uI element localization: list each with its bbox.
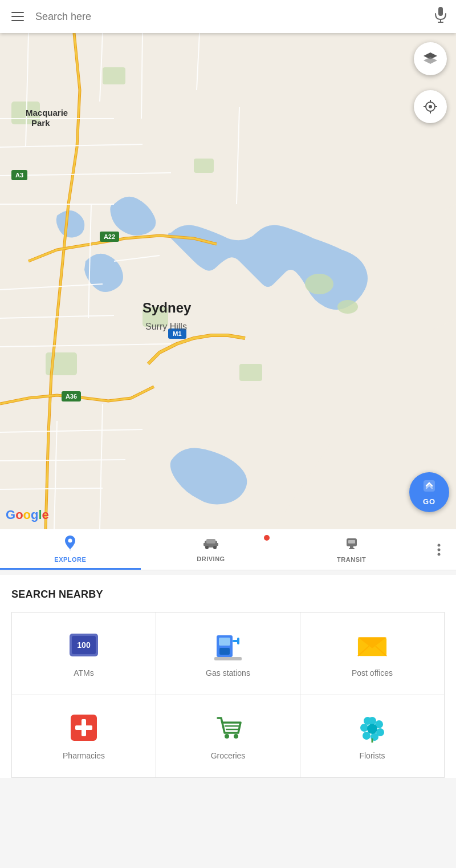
- svg-text:A3: A3: [15, 172, 23, 179]
- svg-rect-74: [219, 648, 230, 655]
- tab-driving[interactable]: DRIVING: [141, 529, 282, 570]
- go-arrow-icon: [422, 479, 436, 496]
- google-logo: Google: [6, 508, 49, 522]
- atm-icon: 100: [68, 630, 99, 660]
- search-nearby-title: SEARCH NEARBY: [11, 589, 445, 601]
- grocery-icon: [213, 712, 243, 743]
- svg-rect-75: [214, 657, 242, 660]
- grocery-label: Groceries: [211, 751, 246, 760]
- svg-point-57: [213, 546, 217, 549]
- tab-explore[interactable]: EXPLORE: [0, 529, 141, 570]
- driving-label: DRIVING: [197, 555, 225, 562]
- svg-point-56: [205, 546, 209, 549]
- category-groceries[interactable]: Groceries: [156, 695, 300, 778]
- pharmacy-label: Pharmacies: [63, 751, 105, 760]
- transit-icon: [345, 537, 359, 554]
- go-button[interactable]: GO: [409, 472, 449, 512]
- my-location-button[interactable]: [414, 90, 447, 123]
- florist-label: Florists: [359, 751, 385, 760]
- svg-rect-71: [219, 638, 230, 646]
- svg-point-47: [429, 105, 432, 108]
- svg-rect-7: [194, 159, 214, 173]
- search-bar: [0, 0, 456, 33]
- transit-label: TRANSIT: [337, 556, 366, 563]
- driving-icon: [203, 537, 219, 553]
- microphone-icon[interactable]: [434, 7, 447, 26]
- explore-icon: [63, 534, 77, 554]
- svg-rect-6: [103, 67, 125, 84]
- svg-text:Sydney: Sydney: [142, 300, 192, 315]
- svg-point-53: [68, 539, 72, 543]
- svg-rect-0: [438, 7, 443, 16]
- svg-point-85: [234, 734, 238, 739]
- more-options-button[interactable]: [422, 543, 456, 557]
- pharmacy-icon: [68, 712, 99, 743]
- svg-point-84: [225, 734, 229, 739]
- gas-station-icon: [213, 630, 243, 660]
- category-post-offices[interactable]: Post offices: [300, 613, 445, 695]
- menu-icon[interactable]: [9, 10, 26, 23]
- svg-rect-63: [349, 548, 355, 549]
- svg-point-64: [438, 543, 441, 546]
- svg-point-65: [438, 548, 441, 551]
- svg-rect-61: [348, 540, 355, 543]
- svg-rect-81: [75, 725, 92, 730]
- svg-text:Park: Park: [31, 118, 50, 128]
- svg-point-93: [367, 724, 377, 734]
- svg-rect-10: [239, 364, 262, 381]
- svg-point-66: [438, 553, 441, 555]
- go-label: GO: [423, 497, 435, 506]
- gas-label: Gas stations: [206, 668, 250, 678]
- search-input[interactable]: [35, 11, 425, 23]
- svg-text:100: 100: [77, 640, 91, 650]
- svg-text:Surry Hills: Surry Hills: [145, 322, 187, 331]
- atm-label: ATMs: [74, 668, 94, 678]
- driving-notification-dot: [264, 535, 270, 541]
- svg-rect-55: [206, 539, 215, 543]
- svg-point-91: [360, 724, 368, 732]
- post-office-icon: [357, 630, 388, 660]
- category-gas-stations[interactable]: Gas stations: [156, 613, 300, 695]
- layers-button[interactable]: [414, 42, 447, 75]
- explore-label: EXPLORE: [54, 556, 86, 563]
- svg-point-11: [305, 274, 333, 294]
- map-container[interactable]: A3 A22 M1 A36 Macquarie Park Sydney Surr…: [0, 33, 456, 529]
- svg-rect-73: [237, 638, 239, 644]
- svg-text:A22: A22: [104, 233, 115, 240]
- svg-text:Macquarie: Macquarie: [26, 108, 68, 117]
- bottom-navigation: EXPLORE DRIVING TRANSIT: [0, 529, 456, 570]
- category-pharmacies[interactable]: Pharmacies: [12, 695, 156, 778]
- search-input-container[interactable]: [35, 11, 425, 23]
- category-atms[interactable]: 100 ATMs: [12, 613, 156, 695]
- post-label: Post offices: [352, 668, 393, 678]
- search-nearby-section: SEARCH NEARBY 100 ATMs: [0, 575, 456, 778]
- svg-rect-58: [203, 543, 205, 546]
- svg-point-92: [364, 717, 372, 725]
- category-florists[interactable]: Florists: [300, 695, 445, 778]
- svg-point-12: [337, 300, 358, 314]
- svg-text:A36: A36: [66, 393, 77, 400]
- svg-marker-45: [424, 57, 437, 64]
- categories-grid: 100 ATMs Gas s: [11, 612, 445, 778]
- florist-icon: [357, 712, 388, 743]
- svg-rect-59: [217, 543, 218, 546]
- tab-transit[interactable]: TRANSIT: [281, 529, 422, 570]
